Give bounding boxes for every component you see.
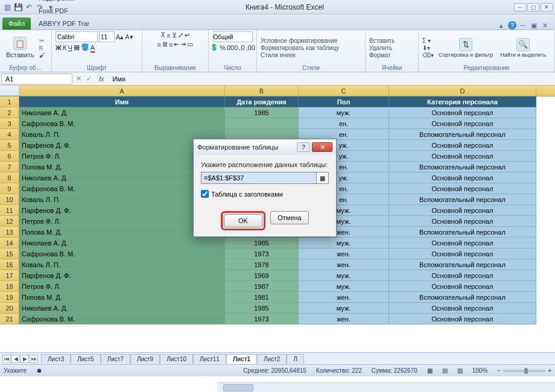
row-header-20[interactable]: 20: [0, 303, 19, 314]
row-header-19[interactable]: 19: [0, 292, 19, 303]
cell-c2[interactable]: муж.: [299, 107, 389, 118]
font-color-icon[interactable]: A: [90, 44, 95, 51]
cell-a3[interactable]: Сафронова В. М.: [19, 118, 225, 129]
sheet-nav-next-icon[interactable]: ▶: [21, 355, 29, 363]
sheet-tab-Лист7[interactable]: Лист7: [101, 354, 130, 364]
row-header-1[interactable]: 1: [0, 96, 19, 107]
window-restore-icon[interactable]: ▣: [530, 21, 538, 30]
ok-button[interactable]: OK: [224, 214, 262, 227]
row-header-15[interactable]: 15: [0, 248, 19, 259]
help-icon[interactable]: ?: [508, 21, 516, 30]
cell-d3[interactable]: Основной персонал: [389, 118, 536, 129]
align-middle-icon[interactable]: ≡: [166, 32, 170, 39]
range-input[interactable]: [201, 172, 316, 183]
cell-d11[interactable]: Основной персонал: [389, 205, 536, 216]
sheet-tab-Лист3[interactable]: Лист3: [41, 354, 71, 364]
cell-b19[interactable]: 1981: [225, 292, 299, 303]
inc-decimal-icon[interactable]: ,0: [239, 44, 244, 51]
fx-icon[interactable]: fx: [94, 75, 109, 83]
cell-a15[interactable]: Сафронова В. М.: [19, 248, 225, 259]
accept-formula-icon[interactable]: ✓: [84, 75, 94, 83]
header-cell-D[interactable]: Категория персонала: [389, 96, 536, 107]
row-header-13[interactable]: 13: [0, 227, 19, 238]
cell-c14[interactable]: муж.: [299, 238, 389, 248]
format-as-table-button[interactable]: Форматировать как таблицу: [261, 45, 339, 51]
window-min-icon[interactable]: ─: [519, 21, 527, 30]
cell-c18[interactable]: муж.: [299, 281, 389, 292]
paste-button[interactable]: 📋 Вставить: [4, 36, 37, 60]
sheet-tab-Лист1[interactable]: Лист1: [226, 354, 257, 364]
headers-checkbox-input[interactable]: [201, 190, 209, 198]
row-header-2[interactable]: 2: [0, 107, 19, 118]
copy-icon[interactable]: ⎘: [39, 45, 45, 51]
cell-c19[interactable]: жен.: [299, 292, 389, 303]
row-header-16[interactable]: 16: [0, 259, 19, 270]
comma-icon[interactable]: 000: [227, 44, 238, 51]
cell-b20[interactable]: 1985: [225, 303, 299, 314]
sheet-nav-prev-icon[interactable]: ◀: [11, 355, 20, 363]
col-header-c[interactable]: C: [299, 86, 389, 96]
merge-icon[interactable]: ▭: [187, 40, 193, 48]
insert-cells-button[interactable]: Вставить: [369, 37, 395, 44]
header-cell-B[interactable]: Дата рождения: [225, 96, 299, 107]
row-header-18[interactable]: 18: [0, 281, 19, 292]
wrap-text-icon[interactable]: ↵: [185, 31, 190, 39]
ribbon-tab-8[interactable]: Надстройки: [33, 0, 95, 4]
header-cell-A[interactable]: Имя: [19, 96, 225, 107]
cell-d10[interactable]: Вспомогательный персонал: [389, 194, 536, 205]
clear-icon[interactable]: ⌫▾: [422, 52, 434, 58]
cell-d14[interactable]: Основной персонал: [389, 238, 536, 248]
cell-b16[interactable]: 1978: [225, 259, 299, 270]
cell-d13[interactable]: Вспомогательный персонал: [389, 227, 536, 238]
sort-filter-button[interactable]: ⇅ Сортировка и фильтр: [436, 37, 495, 59]
cell-c21[interactable]: жен.: [299, 314, 389, 324]
percent-icon[interactable]: %: [220, 44, 226, 51]
align-bottom-icon[interactable]: ⊻: [172, 31, 177, 39]
macro-record-icon[interactable]: ⏺: [36, 367, 42, 374]
sheet-tab-Лист9[interactable]: Лист9: [130, 354, 160, 364]
cell-d16[interactable]: Вспомогательный персонал: [389, 259, 536, 270]
range-picker-icon[interactable]: ▦: [316, 172, 328, 183]
row-header-6[interactable]: 6: [0, 151, 19, 162]
number-format-input[interactable]: [213, 31, 253, 42]
row-header-3[interactable]: 3: [0, 118, 19, 129]
dialog-close-icon[interactable]: ✕: [312, 142, 332, 152]
cell-d17[interactable]: Основной персонал: [389, 270, 536, 281]
zoom-slider[interactable]: −+: [497, 367, 551, 374]
fill-icon[interactable]: ⬇▾: [422, 45, 434, 51]
col-header-b[interactable]: B: [225, 86, 299, 96]
cell-b21[interactable]: 1973: [225, 314, 299, 324]
align-center-icon[interactable]: ≣: [162, 40, 168, 48]
row-header-9[interactable]: 9: [0, 183, 19, 194]
file-tab[interactable]: Файл: [2, 17, 31, 30]
format-painter-icon[interactable]: 🖌: [39, 52, 45, 58]
indent-dec-icon[interactable]: ⇤: [174, 40, 179, 48]
underline-icon[interactable]: Ч: [68, 44, 72, 51]
cell-d2[interactable]: Основной персонал: [389, 107, 536, 118]
font-family-input[interactable]: [56, 31, 98, 42]
conditional-formatting-button[interactable]: Условное форматирование: [261, 37, 339, 44]
sheet-tab-Лист10[interactable]: Лист10: [160, 354, 193, 364]
align-right-icon[interactable]: ≡: [169, 41, 173, 48]
sheet-tab-Лист11[interactable]: Лист11: [193, 354, 226, 364]
cell-c17[interactable]: муж.: [299, 270, 389, 281]
col-header-d[interactable]: D: [389, 86, 536, 96]
dialog-help-icon[interactable]: ?: [297, 142, 310, 152]
row-header-10[interactable]: 10: [0, 194, 19, 205]
row-header-17[interactable]: 17: [0, 270, 19, 281]
view-normal-icon[interactable]: ▦: [427, 367, 433, 374]
cell-c16[interactable]: жен.: [299, 259, 389, 270]
undo-icon[interactable]: ↶: [24, 2, 34, 12]
view-layout-icon[interactable]: ▤: [442, 367, 448, 374]
cell-d4[interactable]: Вспомогательный персонал: [389, 129, 536, 140]
cell-d19[interactable]: Вспомогательный персонал: [389, 292, 536, 303]
formula-input[interactable]: Имя: [109, 75, 555, 83]
cell-c20[interactable]: муж.: [299, 303, 389, 314]
border-icon[interactable]: ▦: [74, 43, 80, 51]
orientation-icon[interactable]: ⤢: [178, 31, 183, 39]
sheet-nav-last-icon[interactable]: ⏭: [30, 355, 38, 363]
zoom-level[interactable]: 100%: [472, 367, 488, 374]
header-cell-C[interactable]: Пол: [299, 96, 389, 107]
cancel-formula-icon[interactable]: ✕: [74, 75, 84, 83]
cell-a21[interactable]: Сафронова В. М.: [19, 314, 225, 324]
